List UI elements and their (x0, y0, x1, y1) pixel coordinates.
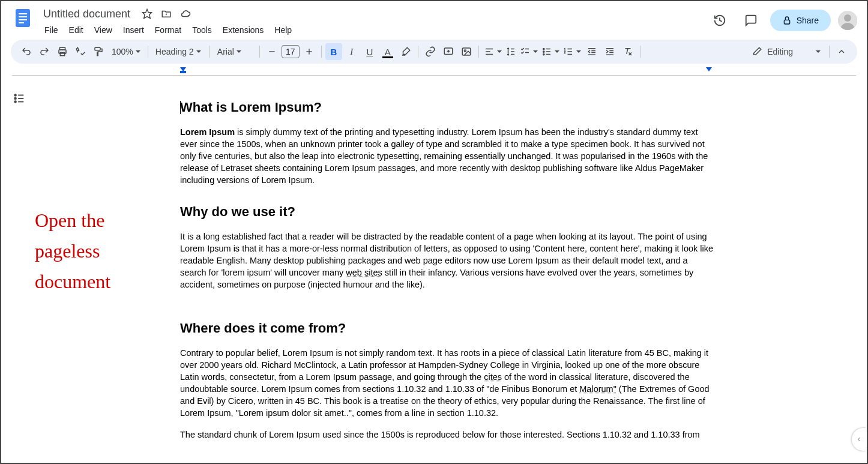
paint-format-button[interactable] (90, 43, 107, 60)
paragraph-style-select[interactable]: Heading 2 (152, 44, 206, 59)
paragraph-2[interactable]: It is a long established fact that a rea… (180, 230, 714, 291)
increase-fontsize-button[interactable] (301, 43, 318, 60)
zoom-select[interactable]: 100% (108, 44, 144, 59)
clear-formatting-button[interactable] (619, 43, 636, 60)
svg-point-52 (14, 101, 16, 103)
svg-rect-3 (19, 19, 27, 20)
heading-1[interactable]: What is Lorem Ipsum? (180, 100, 714, 115)
menu-edit[interactable]: Edit (64, 23, 88, 37)
ruler-left-marker[interactable] (180, 67, 186, 73)
outline-toggle-icon[interactable] (11, 90, 28, 107)
history-icon[interactable] (708, 8, 732, 32)
separator (259, 46, 260, 58)
svg-text:2: 2 (564, 50, 565, 54)
separator (209, 46, 210, 58)
menu-view[interactable]: View (89, 23, 117, 37)
bold-button[interactable]: B (325, 43, 342, 60)
heading-3[interactable]: Where does it come from? (180, 321, 714, 336)
underline-button[interactable]: U (361, 43, 378, 60)
separator (640, 46, 640, 58)
bulleted-list-select[interactable] (540, 44, 561, 59)
menu-insert[interactable]: Insert (118, 23, 149, 37)
svg-point-51 (14, 98, 16, 100)
italic-button[interactable]: I (343, 43, 360, 60)
paragraph-1[interactable]: Lorem Ipsum is simply dummy text of the … (180, 126, 714, 186)
share-button[interactable]: Share (770, 10, 831, 31)
share-label: Share (797, 16, 819, 25)
text-cursor (180, 101, 181, 114)
heading-2[interactable]: Why do we use it? (180, 204, 714, 220)
editing-mode-select[interactable]: Editing (747, 44, 825, 59)
paragraph-3[interactable]: Contrary to popular belief, Lorem Ipsum … (180, 347, 714, 419)
svg-point-50 (14, 94, 16, 96)
menubar: File Edit View Insert Format Tools Exten… (40, 23, 708, 37)
redo-button[interactable] (36, 43, 53, 60)
toolbar: 100% Heading 2 Arial B I U A 12 E (11, 40, 857, 64)
add-comment-button[interactable] (440, 43, 457, 60)
separator (829, 46, 830, 58)
svg-point-20 (464, 50, 466, 52)
menu-tools[interactable]: Tools (187, 23, 217, 37)
title-area: Untitled document File Edit View Insert … (40, 6, 708, 37)
numbered-list-select[interactable]: 12 (562, 44, 582, 59)
print-button[interactable] (54, 43, 71, 60)
svg-point-30 (543, 51, 544, 52)
text-color-button[interactable]: A (379, 43, 396, 60)
document-canvas[interactable]: What is Lorem Ipsum? Lorem Ipsum is simp… (37, 76, 867, 459)
menu-help[interactable]: Help (270, 23, 297, 37)
svg-rect-0 (16, 9, 30, 27)
separator (321, 46, 322, 58)
spellcheck-button[interactable] (72, 43, 89, 60)
svg-point-29 (543, 48, 544, 49)
decrease-fontsize-button[interactable] (264, 43, 280, 60)
checklist-select[interactable] (519, 44, 539, 59)
move-icon[interactable] (160, 8, 172, 20)
svg-rect-1 (19, 13, 27, 14)
ruler[interactable] (12, 66, 856, 76)
svg-rect-6 (784, 20, 789, 24)
undo-button[interactable] (18, 43, 35, 60)
highlight-button[interactable] (397, 43, 414, 60)
font-select[interactable]: Arial (214, 44, 256, 59)
decrease-indent-button[interactable] (583, 43, 600, 60)
separator (478, 46, 479, 58)
avatar[interactable] (838, 11, 857, 30)
comment-icon[interactable] (739, 8, 763, 32)
increase-indent-button[interactable] (601, 43, 618, 60)
document-title[interactable]: Untitled document (40, 7, 134, 22)
svg-point-31 (543, 53, 544, 55)
star-icon[interactable] (141, 8, 153, 20)
ruler-right-marker[interactable] (706, 67, 712, 71)
menu-file[interactable]: File (40, 23, 63, 37)
svg-rect-4 (19, 22, 24, 23)
align-select[interactable] (483, 44, 503, 59)
separator (148, 46, 148, 58)
svg-marker-5 (143, 10, 152, 19)
insert-image-button[interactable] (458, 43, 475, 60)
insert-link-button[interactable] (422, 43, 439, 60)
svg-rect-12 (95, 47, 100, 50)
collapse-toolbar-button[interactable] (833, 43, 850, 60)
docs-logo[interactable] (11, 6, 35, 30)
paragraph-4[interactable]: The standard chunk of Lorem Ipsum used s… (180, 429, 714, 441)
separator (418, 46, 418, 58)
svg-point-8 (844, 14, 851, 22)
menu-format[interactable]: Format (150, 23, 186, 37)
fontsize-input[interactable] (282, 45, 300, 58)
cloud-icon[interactable] (179, 8, 191, 20)
line-spacing-select[interactable] (504, 44, 517, 59)
menu-extensions[interactable]: Extensions (218, 23, 268, 37)
header: Untitled document File Edit View Insert … (1, 1, 867, 40)
svg-rect-2 (19, 16, 27, 17)
